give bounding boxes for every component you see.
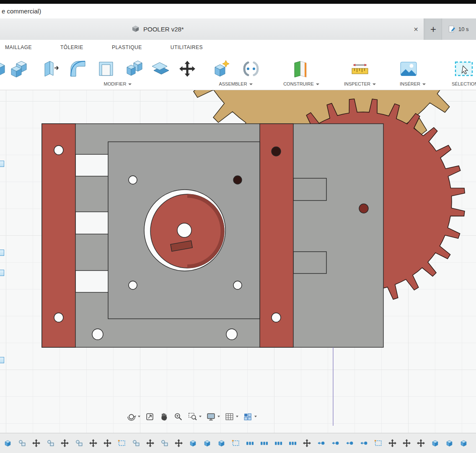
sketch-dashed-icon: [117, 439, 126, 448]
ribbon-toolbar: MODIFIER ASSEMBLER CONSTRUIRE INSPECTER …: [0, 55, 476, 90]
joint-icon: [345, 439, 354, 448]
save-count-label: 10 s: [458, 26, 469, 32]
selection-box-button[interactable]: [452, 57, 476, 81]
dropdown-caret-icon[interactable]: [254, 416, 257, 417]
timeline-feature-move[interactable]: [88, 437, 98, 450]
viewports-button[interactable]: [243, 412, 257, 422]
timeline-feature-sketch-dashed[interactable]: [116, 437, 127, 450]
ribbon-tab-maillage[interactable]: MAILLAGE: [5, 44, 32, 50]
timeline-feature-joint[interactable]: [359, 437, 369, 450]
pan-button[interactable]: [159, 412, 169, 422]
document-tab[interactable]: POOLER v28* ✕: [0, 18, 424, 40]
timeline-feature-joint[interactable]: [330, 437, 341, 450]
two-cubes-icon: [9, 59, 29, 79]
construction-plane-button[interactable]: [289, 57, 312, 81]
timeline-feature-joint[interactable]: [344, 437, 355, 450]
look-at-button[interactable]: [145, 412, 155, 422]
save-status-badge[interactable]: 10 s: [445, 18, 469, 40]
timeline-feature-move[interactable]: [60, 437, 70, 450]
zoom-button[interactable]: [173, 412, 183, 422]
timeline-feature-sketch[interactable]: [45, 437, 56, 450]
toolbar-group-construire[interactable]: CONSTRUIRE: [274, 81, 328, 88]
orbit-button[interactable]: [127, 412, 140, 422]
timeline-feature-extrude[interactable]: [430, 437, 440, 450]
timeline-feature-pattern[interactable]: [287, 437, 298, 450]
combine-icon: [124, 59, 145, 79]
browser-nub-icon[interactable]: [0, 357, 4, 363]
cubes-tool-button[interactable]: [8, 57, 30, 81]
browser-nub-icon[interactable]: [0, 161, 4, 167]
timeline-feature-move[interactable]: [401, 437, 412, 450]
timeline-feature-move[interactable]: [145, 437, 155, 450]
extrude-icon: [445, 439, 454, 448]
timeline-feature-sketch[interactable]: [74, 437, 84, 450]
ribbon-tab-plastique[interactable]: PLASTIQUE: [112, 44, 142, 50]
ribbon-tab-tolerie[interactable]: TÔLERIE: [60, 44, 83, 50]
toolbar-group-inserer[interactable]: INSÉRER: [390, 81, 436, 88]
ribbon-tab-utilitaires[interactable]: UTILITAIRES: [171, 44, 203, 50]
timeline-feature-sketch[interactable]: [159, 437, 170, 450]
browser-nub-icon[interactable]: [0, 250, 4, 256]
timeline-feature-pattern[interactable]: [259, 437, 269, 450]
grid-settings-button[interactable]: [225, 412, 238, 422]
display-settings-button[interactable]: [206, 412, 220, 422]
timeline-feature-sketch-dashed[interactable]: [230, 437, 241, 450]
new-tab-button[interactable]: +: [424, 18, 442, 40]
new-component-button[interactable]: [210, 57, 233, 81]
press-pull-button[interactable]: [39, 57, 62, 81]
zoom-icon: [173, 412, 183, 422]
shell-button[interactable]: [95, 57, 117, 81]
zoom-window-button[interactable]: [188, 412, 202, 422]
cad-model: [0, 90, 476, 433]
browser-nub-icon[interactable]: [0, 270, 4, 276]
tab-close-icon[interactable]: ✕: [411, 24, 421, 34]
dropdown-caret-icon[interactable]: [138, 416, 140, 417]
timeline-feature-move[interactable]: [387, 437, 398, 450]
orbit-icon: [127, 412, 136, 422]
right-pocket-1: [293, 178, 326, 200]
joint-icon: [331, 439, 340, 448]
toolbar-group-selection[interactable]: SÉLECTION: [452, 81, 476, 88]
timeline-feature-extrude[interactable]: [458, 437, 469, 450]
timeline-feature-extrude[interactable]: [202, 437, 212, 450]
timeline-feature-pattern[interactable]: [273, 437, 284, 450]
joint-button[interactable]: [240, 57, 262, 81]
toolbar-group-modifier[interactable]: MODIFIER: [95, 81, 141, 88]
timeline-feature-move[interactable]: [302, 437, 312, 450]
timeline-feature-move[interactable]: [173, 437, 184, 450]
press-pull-icon: [41, 59, 61, 79]
timeline-feature-sketch[interactable]: [131, 437, 141, 450]
move-tool-button[interactable]: [176, 57, 199, 81]
extrude-icon: [217, 439, 226, 448]
dropdown-caret-icon[interactable]: [199, 416, 202, 417]
timeline-feature-move[interactable]: [31, 437, 41, 450]
measure-button[interactable]: [349, 57, 371, 81]
pattern-icon: [288, 439, 297, 448]
toolbar-group-inspecter[interactable]: INSPECTER: [334, 81, 386, 88]
dropdown-caret-icon: [128, 83, 132, 85]
timeline-items: [3, 437, 469, 450]
offset-face-button[interactable]: [149, 57, 172, 81]
toolbar-group-assembler[interactable]: ASSEMBLER: [210, 81, 262, 88]
timeline-feature-extrude[interactable]: [216, 437, 227, 450]
fillet-button[interactable]: [66, 57, 89, 81]
timeline-feature-extrude[interactable]: [188, 437, 198, 450]
cad-viewport[interactable]: [0, 90, 476, 433]
dropdown-caret-icon[interactable]: [217, 416, 220, 417]
move-icon: [32, 439, 41, 448]
timeline-feature-joint[interactable]: [316, 437, 326, 450]
timeline-feature-extrude[interactable]: [3, 437, 13, 450]
view-navigation-bar: [127, 410, 257, 423]
dropdown-caret-icon[interactable]: [236, 416, 238, 417]
combine-button[interactable]: [123, 57, 146, 81]
timeline-feature-extrude[interactable]: [444, 437, 455, 450]
timeline-feature-sketch[interactable]: [17, 437, 27, 450]
timeline-feature-move[interactable]: [416, 437, 426, 450]
timeline-feature-pattern[interactable]: [245, 437, 255, 450]
sketch-icon: [160, 439, 169, 448]
timeline-feature-sketch-dashed[interactable]: [373, 437, 383, 450]
pooler-plate-body[interactable]: [42, 124, 383, 347]
insert-image-button[interactable]: [397, 57, 420, 81]
look-at-icon: [145, 412, 155, 422]
timeline-feature-move[interactable]: [102, 437, 113, 450]
